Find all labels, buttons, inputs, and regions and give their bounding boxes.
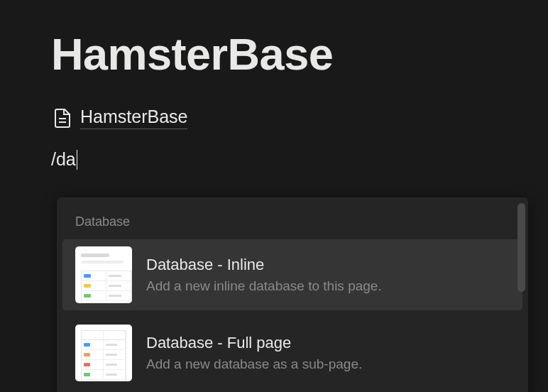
slash-command-popup: Database Database - Inline Add a new inl… xyxy=(57,197,528,392)
popup-item-desc: Add a new inline database to this page. xyxy=(146,278,382,294)
popup-section-label: Database xyxy=(57,206,528,239)
popup-item-text: Database - Full page Add a new database … xyxy=(146,334,362,372)
text-cursor xyxy=(77,150,78,170)
breadcrumb-label[interactable]: HamsterBase xyxy=(80,107,187,129)
popup-item-text: Database - Inline Add a new inline datab… xyxy=(146,256,382,294)
page-title[interactable]: HamsterBase xyxy=(0,0,548,80)
database-fullpage-thumb-icon xyxy=(75,325,132,381)
breadcrumb[interactable]: HamsterBase xyxy=(53,107,548,129)
slash-input-text: /da xyxy=(51,149,76,170)
popup-item-title: Database - Inline xyxy=(146,256,382,274)
database-inline-thumb-icon xyxy=(75,246,132,303)
slash-command-input[interactable]: /da xyxy=(51,149,548,170)
popup-item-title: Database - Full page xyxy=(146,334,362,352)
popup-item-desc: Add a new database as a sub-page. xyxy=(146,356,362,372)
popup-item-database-inline[interactable]: Database - Inline Add a new inline datab… xyxy=(62,239,522,310)
scrollbar[interactable] xyxy=(517,203,525,292)
popup-item-database-fullpage[interactable]: Database - Full page Add a new database … xyxy=(62,317,522,388)
page-icon xyxy=(53,107,72,129)
